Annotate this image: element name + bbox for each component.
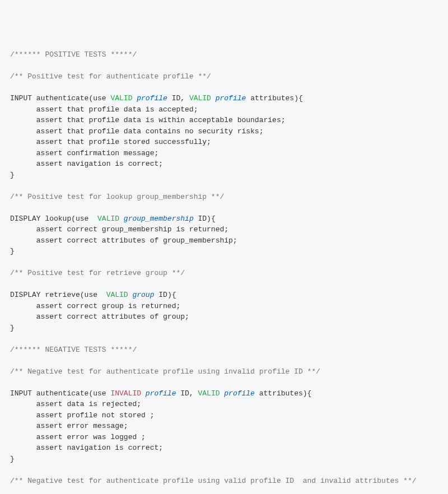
assert-line: assert error message; (10, 422, 128, 430)
code-line: INPUT authenticate(use INVALID profile I… (10, 389, 311, 398)
assert-line: assert error was logged ; (10, 433, 146, 441)
close-brace: } (10, 171, 15, 179)
assert-line: assert that profile stored successfully; (10, 138, 211, 146)
assert-line: assert profile not stored ; (10, 411, 154, 420)
code-text: ID, (176, 389, 198, 398)
code-text: ID){ (154, 291, 176, 299)
code-text: INPUT authenticate(use (10, 389, 110, 398)
code-line: DISPLAY retrieve(use VALID group ID){ (10, 291, 176, 299)
comment-test1: /** Positive test for authenticate profi… (10, 72, 211, 81)
code-text: INPUT authenticate(use (10, 94, 110, 102)
assert-line: assert correct group is returned; (10, 302, 180, 310)
code-text: attributes){ (255, 389, 311, 398)
token-entity: group_membership (124, 215, 194, 223)
comment-test3: /** Positive test for retrieve group **/ (10, 269, 185, 277)
token-valid: VALID (106, 291, 128, 299)
code-text (119, 215, 124, 223)
assert-line: assert correct attributes of group; (10, 313, 189, 321)
section-header-positive: /****** POSITIVE TESTS *****/ (10, 50, 137, 59)
code-text (211, 94, 216, 102)
token-entity: profile (224, 389, 255, 398)
assert-line: assert that profile data is within accep… (10, 116, 285, 124)
code-text: attributes){ (246, 94, 302, 102)
code-text: DISPLAY retrieve(use (10, 291, 106, 299)
comment-test5: /** Negative test for authenticate profi… (10, 477, 417, 485)
close-brace: } (10, 455, 15, 463)
token-valid: VALID (189, 94, 211, 102)
code-text: ID){ (194, 215, 216, 223)
code-text (141, 389, 146, 398)
code-text: ID, (167, 94, 189, 102)
comment-test2: /** Positive test for lookup group_membe… (10, 193, 224, 201)
comment-test4: /** Negative test for authenticate profi… (10, 367, 320, 376)
code-text: DISPLAY lookup(use (10, 215, 97, 223)
token-entity: profile (146, 389, 176, 398)
token-entity: profile (137, 94, 167, 102)
assert-line: assert correct group_membership is retur… (10, 225, 228, 234)
token-invalid: INVALID (110, 389, 141, 398)
assert-line: assert correct attributes of group_membe… (10, 236, 237, 245)
token-valid: VALID (97, 215, 119, 223)
assert-line: assert confirmation message; (10, 149, 158, 157)
token-entity: profile (216, 94, 246, 102)
code-line: INPUT authenticate(use VALID profile ID,… (10, 94, 303, 102)
assert-line: assert navigation is correct; (10, 444, 163, 452)
token-valid: VALID (110, 94, 132, 102)
section-header-negative: /****** NEGATIVE TESTS *****/ (10, 346, 137, 354)
token-entity: group (132, 291, 154, 299)
token-valid: VALID (198, 389, 220, 398)
close-brace: } (10, 247, 15, 255)
assert-line: assert that profile data contains no sec… (10, 127, 263, 136)
code-line: DISPLAY lookup(use VALID group_membershi… (10, 215, 216, 223)
assert-line: assert navigation is correct; (10, 160, 163, 168)
close-brace: } (10, 324, 15, 332)
assert-line: assert that profile data is accepted; (10, 105, 198, 114)
assert-line: assert data is rejected; (10, 400, 141, 408)
